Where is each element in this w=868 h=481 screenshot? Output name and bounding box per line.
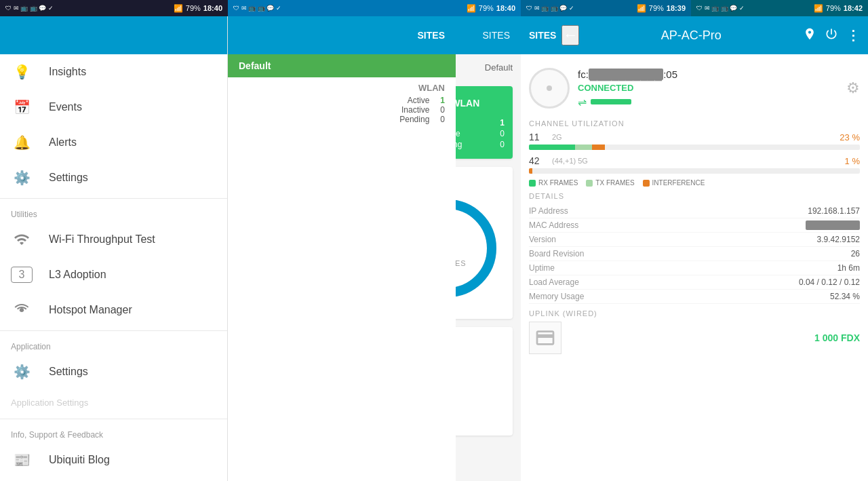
application-settings-text: Application Settings (11, 398, 88, 408)
calendar-icon: 📅 (11, 99, 33, 115)
detail-uptime: Uptime 1h 6m (529, 261, 860, 275)
time-1: 18:40 (203, 4, 222, 12)
signal-icon-3: 📶 (637, 4, 646, 13)
sites-nav-label[interactable]: SITES (483, 30, 510, 41)
l3-icon: 3 (11, 267, 33, 283)
status-bar-4: 🛡 ✉ 📺 📺 💬 ✓ 📶 79% 18:42 (691, 0, 868, 16)
wlan-pending-label: Pending (399, 115, 429, 124)
channel-11-bar (529, 145, 860, 150)
wlan-stats: WLAN Active 1 Inactive 0 Pending 0 (228, 77, 456, 130)
info-section-label: Info, Support & Feedback (0, 422, 227, 442)
default-row: Default (228, 54, 456, 77)
battery-1: 79% (186, 4, 201, 12)
more-icon[interactable]: ⋮ (846, 27, 860, 43)
details-header: DETAILS (529, 192, 860, 200)
signal-icon-2: 📶 (467, 4, 476, 13)
int-legend-dot (643, 180, 650, 187)
sidebar-item-l3-adoption[interactable]: 3 L3 Adoption (0, 257, 227, 292)
battery-4: 79% (826, 4, 841, 12)
chart-legend: RX FRAMES TX FRAMES INTERFERENCE (529, 179, 860, 187)
time-2: 18:40 (496, 4, 515, 12)
sites-right-label[interactable]: SITES (529, 30, 556, 41)
sidebar-label-events: Events (49, 101, 82, 113)
hotspot-icon (11, 302, 33, 318)
tx-legend-label: TX FRAMES (595, 179, 634, 187)
ap-detail-content: fc:██████████:05 CONNECTED ⇌ ⚙ CHANNEL U… (521, 54, 868, 481)
sidebar-item-wifi-throughput[interactable]: Wi-Fi Throughput Test (0, 222, 227, 257)
ap-mac-address: fc:██████████:05 (578, 69, 838, 80)
sidebar-label-settings: Settings (49, 172, 88, 184)
channel-11-num: 11 (529, 132, 548, 142)
wlan-active-val: 1 (440, 96, 445, 105)
connected-label: CONNECTED (578, 83, 838, 93)
time-4: 18:42 (844, 4, 863, 12)
sites-header-label: SITES (418, 30, 445, 41)
sidebar-label-alerts: Alerts (49, 136, 77, 149)
connected-bar (591, 99, 631, 104)
channel-util-header: CHANNEL UTILIZATION (529, 119, 860, 128)
location-icon[interactable] (803, 27, 816, 43)
application-section-label: Application (0, 334, 227, 354)
bell-icon: 🔔 (11, 134, 33, 151)
sidebar-item-insights[interactable]: 💡 Insights (0, 54, 227, 90)
sidebar-item-hotspot[interactable]: Hotspot Manager (0, 292, 227, 328)
channel-11-pct: 23 % (840, 132, 860, 142)
uplink-device-icon (529, 322, 561, 354)
status-icons-3: 🛡 ✉ 📺 📺 💬 ✓ (526, 5, 574, 12)
sidebar-item-settings[interactable]: ⚙️ Settings (0, 160, 227, 195)
sidebar-item-app-settings[interactable]: ⚙️ Settings (0, 354, 227, 389)
rx-legend-label: RX FRAMES (538, 179, 578, 187)
rx-legend-dot (529, 180, 536, 187)
battery-3: 79% (649, 4, 664, 12)
sidebar: 💡 Insights 📅 Events 🔔 Alerts ⚙️ Settings… (0, 16, 228, 481)
channel-utilization-section: CHANNEL UTILIZATION 11 2G 23 % (529, 119, 860, 187)
ap-nav: SITES ← AP-AC-Pro ⋮ (521, 16, 868, 54)
wifi-icon (11, 231, 33, 248)
detail-load: Load Average 0.04 / 0.12 / 0.12 (529, 275, 860, 290)
wlan-inactive-label: Inactive (401, 105, 429, 115)
wlan-pending-val: 0 (440, 115, 445, 124)
mac-blur (806, 220, 860, 230)
sidebar-label-l3: L3 Adoption (49, 269, 106, 281)
status-bar-3: 🛡 ✉ 📺 📺 💬 ✓ 📶 79% 18:39 (521, 0, 691, 16)
app-gear-icon: ⚙️ (11, 364, 33, 380)
uplink-header: UPLINK (Wired) (529, 309, 860, 318)
channel-42-num: 42 (529, 155, 548, 166)
int-legend-label: INTERFERENCE (652, 179, 705, 187)
status-bar-2: 🛡 ✉ 📺 📺 💬 ✓ 📶 79% 18:40 (228, 0, 521, 16)
uplink-content: 1 000 FDX (529, 322, 860, 354)
sidebar-label-app-settings: Settings (49, 366, 88, 378)
power-icon[interactable] (825, 27, 838, 43)
detail-memory: Memory Usage 52.34 % (529, 290, 860, 304)
tx-legend-dot (586, 180, 593, 187)
ap-gear-icon[interactable]: ⚙ (846, 79, 860, 97)
status-icons-4: 🛡 ✉ 📺 📺 💬 ✓ (696, 5, 745, 12)
ap-header: fc:██████████:05 CONNECTED ⇌ ⚙ (529, 62, 860, 114)
back-button[interactable]: ← (561, 25, 579, 45)
sidebar-label-hotspot: Hotspot Manager (49, 304, 132, 316)
wlan-header-label: WLAN (239, 83, 445, 93)
sidebar-item-events[interactable]: 📅 Events (0, 90, 227, 125)
status-bar-1: 🛡 ✉ 📺 📺 💬 ✓ 📶 79% 18:40 (0, 0, 228, 16)
connection-link-icon: ⇌ (578, 96, 587, 109)
time-3: 18:39 (667, 4, 686, 12)
detail-board: Board Revision 26 (529, 247, 860, 261)
channel-42-band: (44,+1) 5G (552, 157, 589, 165)
sidebar-item-blog[interactable]: 📰 Ubiquiti Blog (0, 442, 227, 478)
ap-detail-panel: SITES ← AP-AC-Pro ⋮ fc (521, 16, 868, 481)
details-section: DETAILS IP Address 192.168.1.157 MAC Add… (529, 192, 860, 304)
uplink-speed: 1 000 FDX (814, 332, 860, 343)
ap-title: AP-AC-Pro (585, 28, 797, 43)
sidebar-item-alerts[interactable]: 🔔 Alerts (0, 125, 227, 160)
status-icons-1: 🛡 ✉ 📺 📺 💬 ✓ (5, 5, 54, 12)
wlan-inactive-val: 0 (440, 105, 445, 115)
detail-version: Version 3.9.42.9152 (529, 233, 860, 247)
battery-2: 79% (479, 4, 494, 12)
detail-mac: MAC Address (529, 218, 860, 233)
sidebar-label-wifi-throughput: Wi-Fi Throughput Test (49, 233, 155, 246)
gear-icon-nav: ⚙️ (11, 170, 33, 186)
sidebar-label-insights: Insights (49, 66, 86, 78)
status-icons-2: 🛡 ✉ 📺 📺 💬 ✓ (233, 5, 281, 12)
sidebar-label-blog: Ubiquiti Blog (49, 454, 110, 466)
utilities-section-label: Utilities (0, 201, 227, 222)
